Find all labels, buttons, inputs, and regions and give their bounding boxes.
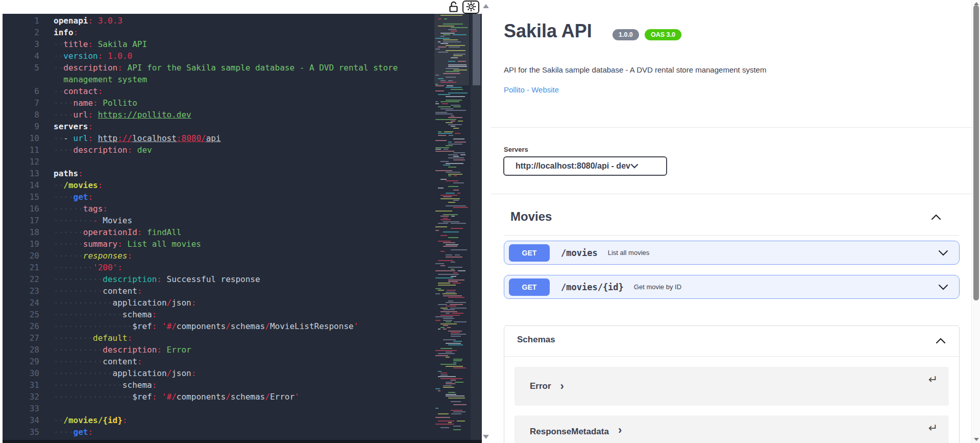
code-line[interactable]: ····url: https://pollito.dev (54, 109, 191, 121)
oas-badge: OAS 3.0 (645, 29, 681, 40)
code-row: 5··description: API for the Sakila sampl… (3, 62, 436, 74)
schema-model-row[interactable]: Error›↵ (514, 367, 949, 406)
schema-name: ResponseMetadata (530, 427, 609, 437)
server-select[interactable]: http://localhost:8080/api - dev (503, 156, 667, 176)
line-number: 31 (3, 379, 39, 391)
code-line[interactable]: ······responses: (54, 250, 132, 262)
code-line[interactable]: ··/movies: (54, 179, 103, 191)
code-row: 35····get: (3, 426, 436, 438)
chevron-up-icon[interactable] (930, 214, 942, 223)
swagger-editor-window: 1openapi: 3.0.32info:3··title: Sakila AP… (0, 0, 980, 443)
page-scrollbar-thumb[interactable] (973, 5, 979, 300)
line-number: 15 (3, 191, 39, 203)
code-line[interactable]: ··········content: (54, 285, 142, 297)
editor-scroll-down-arrow-icon[interactable] (483, 435, 489, 439)
code-editor[interactable]: 1openapi: 3.0.32info:3··title: Sakila AP… (3, 14, 482, 443)
operation-row[interactable]: GET/moviesList all movies (504, 241, 960, 265)
code-line[interactable]: ····description: dev (54, 144, 152, 156)
scrollbar-down-arrow-icon[interactable] (974, 438, 979, 441)
expand-all-icon[interactable]: ↵ (928, 373, 938, 386)
code-line[interactable]: ······tags: (54, 203, 108, 215)
editor-bottom-strip (3, 440, 482, 443)
code-line[interactable]: ················$ref: '#/components/sche… (54, 320, 358, 332)
code-line[interactable]: ················$ref: '#/components/sche… (54, 391, 300, 403)
editor-scroll-up-arrow-icon[interactable] (483, 4, 489, 8)
chevron-down-icon[interactable] (938, 284, 949, 293)
unlock-button[interactable] (448, 1, 460, 13)
line-number (3, 74, 39, 85)
code-row: 16······tags: (3, 203, 436, 215)
code-line[interactable]: paths: (54, 168, 83, 179)
operation-row[interactable]: GET/movies/{id}Get movie by ID (504, 275, 960, 299)
code-line[interactable]: ············application/json: (54, 297, 196, 309)
code-line[interactable]: ··title: Sakila API (54, 38, 147, 50)
editor-scrollbar[interactable] (471, 14, 482, 443)
code-line[interactable]: ··- url: http://localhost:8080/api (54, 132, 221, 144)
code-row: ··management system (3, 74, 436, 85)
operations: GET/moviesList all moviesGET/movies/{id}… (504, 241, 960, 309)
operation-summary: List all movies (608, 249, 650, 257)
code-line[interactable]: ······operationId: findAll (54, 226, 181, 238)
chevron-up-icon[interactable] (936, 337, 946, 346)
code-row: 6··contact: (3, 85, 436, 97)
tag-section-header[interactable]: Movies (510, 209, 959, 230)
code-line[interactable]: ····get: (54, 426, 93, 438)
code-row: 28··········description: Error (3, 344, 436, 356)
editor-scrollbar-thumb[interactable] (473, 14, 480, 85)
sun-icon (465, 2, 477, 13)
servers-label: Servers (504, 146, 528, 153)
code-row: 21········'200': (3, 262, 436, 273)
line-number: 8 (3, 109, 39, 121)
code-row: 2info: (3, 27, 436, 38)
code-line[interactable]: ··description: API for the Sakila sample… (54, 62, 398, 74)
code-row: 19······summary: List all movies (3, 238, 436, 250)
code-row: 22··········description: Successful resp… (3, 273, 436, 285)
code-row: 13paths: (3, 168, 436, 179)
line-number: 23 (3, 285, 39, 297)
schema-model-row[interactable]: ResponseMetadata›↵ (514, 415, 949, 443)
code-row: 10··- url: http://localhost:8080/api (3, 132, 436, 144)
code-line[interactable]: ··············schema: (54, 309, 157, 320)
code-row: 14··/movies: (3, 179, 436, 191)
minimap[interactable] (434, 14, 469, 443)
expand-all-icon[interactable]: ↵ (928, 422, 938, 435)
page-scrollbar[interactable] (971, 0, 980, 443)
code-line[interactable]: ····name: Pollito (54, 97, 137, 109)
line-number: 4 (3, 50, 39, 62)
code-row: 9servers: (3, 121, 436, 132)
method-badge: GET (509, 278, 550, 296)
code-line[interactable]: ··········content: (54, 356, 142, 367)
line-number: 3 (3, 38, 39, 50)
code-line[interactable]: ····get: (54, 191, 93, 203)
code-row: 32················$ref: '#/components/sc… (3, 391, 436, 403)
code-line[interactable]: ··management system (54, 74, 147, 85)
section-divider (491, 127, 971, 128)
contact-link[interactable]: Pollito - Website (504, 85, 559, 94)
code-line[interactable]: openapi: 3.0.3 (54, 15, 122, 27)
line-number: 26 (3, 320, 39, 332)
code-line[interactable]: ··········description: Error (54, 344, 191, 356)
code-line[interactable]: ······summary: List all movies (54, 238, 201, 250)
code-row: 29··········content: (3, 356, 436, 367)
code-row: 30············application/json: (3, 367, 436, 379)
chevron-down-icon[interactable] (938, 249, 949, 259)
line-number: 5 (3, 62, 39, 74)
code-line[interactable]: ··········description: Successful respon… (54, 273, 260, 285)
code-line[interactable]: ··contact: (54, 85, 103, 97)
code-line[interactable]: ········default: (54, 332, 132, 344)
code-line[interactable]: ··version: 1.0.0 (54, 50, 132, 62)
code-row: 24············application/json: (3, 297, 436, 309)
code-line[interactable]: ········- Movies (54, 215, 132, 226)
code-row: 34··/movies/{id}: (3, 414, 436, 426)
editor-topbar (0, 0, 491, 14)
code-line[interactable]: ··············schema: (54, 379, 157, 391)
line-number: 21 (3, 262, 39, 273)
code-line[interactable]: ············application/json: (54, 367, 196, 379)
theme-toggle-button[interactable] (462, 1, 479, 14)
line-number: 19 (3, 238, 39, 250)
code-line[interactable]: ········'200': (54, 262, 122, 273)
line-number: 6 (3, 85, 39, 97)
code-line[interactable]: info: (54, 27, 78, 38)
code-line[interactable]: servers: (54, 121, 93, 132)
code-line[interactable]: ··/movies/{id}: (54, 414, 128, 426)
